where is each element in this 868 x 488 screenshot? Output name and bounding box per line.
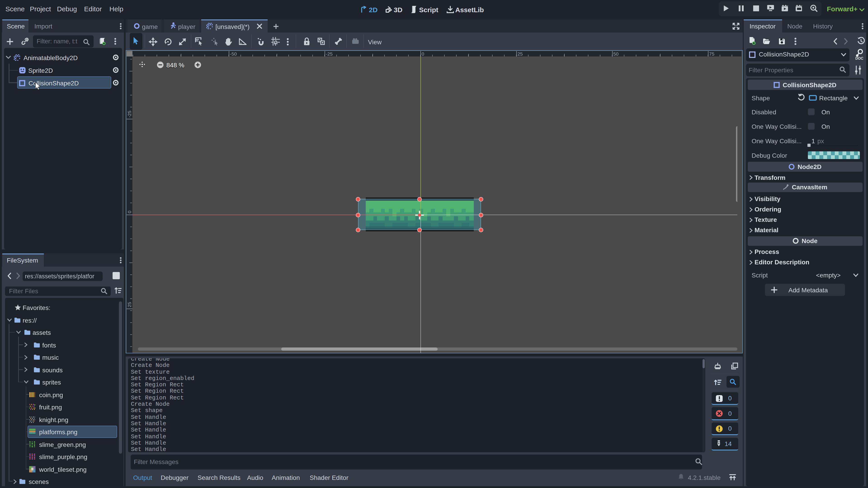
- svg-text:DOC: DOC: [855, 57, 864, 60]
